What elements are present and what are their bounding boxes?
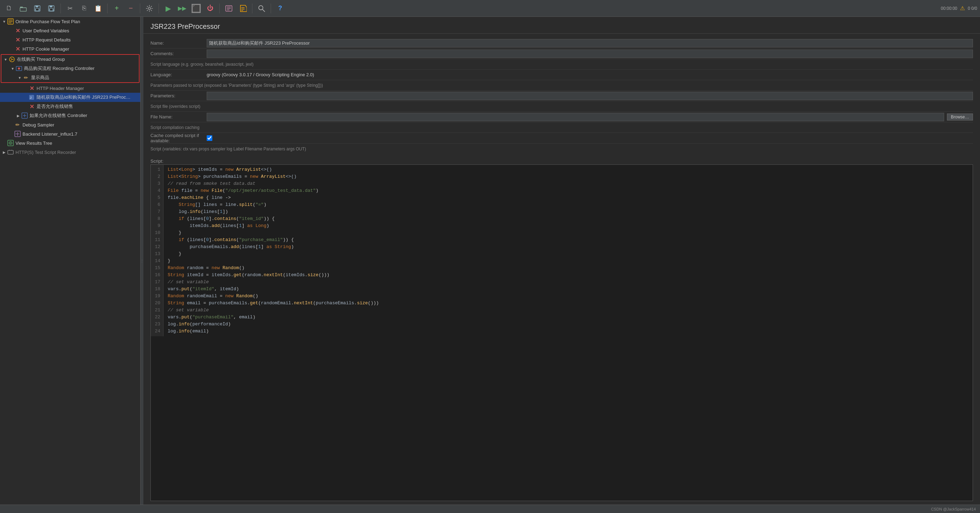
tree-item-debug-sampler[interactable]: ✏ Debug Sampler bbox=[0, 120, 140, 129]
shutdown-button[interactable]: ⏻ bbox=[204, 2, 216, 15]
save-as-button[interactable]: + bbox=[45, 2, 58, 15]
tree-item-user-vars[interactable]: ✕ User Defined Variables bbox=[0, 26, 140, 35]
script-lang-header-row: Script language (e.g. groovy, beanshell,… bbox=[150, 59, 973, 70]
filename-input[interactable] bbox=[207, 113, 944, 121]
line-numbers: 12345 678910 1112131415 1617181920 21222… bbox=[151, 165, 164, 336]
tree-item-http-recorder[interactable]: ▶ HTTP(S) Test Script Recorder bbox=[0, 148, 140, 157]
toolbar-sep-4 bbox=[159, 3, 159, 13]
tree-item-backend-listener[interactable]: Backend Listener_influx1.7 bbox=[0, 129, 140, 138]
parameters-label: Parameters: bbox=[150, 93, 207, 98]
svg-point-19 bbox=[18, 67, 20, 70]
if-ctrl-icon bbox=[21, 112, 28, 119]
status-counts: 0 0/0 bbox=[968, 6, 977, 11]
tree-item-display-goods[interactable]: ▼ ✏ 显示商品 bbox=[2, 73, 139, 82]
svg-text:+: + bbox=[53, 9, 54, 12]
tree-item-thread-group[interactable]: ▼ 在线购买 Thread Group bbox=[2, 55, 139, 64]
language-label: Language: bbox=[150, 72, 207, 77]
copy-button[interactable]: ⎘ bbox=[78, 2, 90, 15]
cache-checkbox[interactable] bbox=[207, 135, 212, 141]
expand-arrow[interactable]: ▼ bbox=[17, 76, 22, 80]
is-online-icon: ✕ bbox=[28, 103, 35, 110]
save-button[interactable] bbox=[31, 2, 44, 15]
tree-item-http-defaults[interactable]: ✕ HTTP Request Defaults bbox=[0, 35, 140, 44]
cache-header-row: Script compilation caching bbox=[150, 122, 973, 133]
remove-button[interactable]: − bbox=[124, 2, 137, 15]
http-header-icon: ✕ bbox=[28, 85, 35, 92]
stop-button[interactable]: ⬛ bbox=[190, 2, 202, 15]
right-panel: JSR223 PreProcessor Name: Comments: Scri… bbox=[143, 17, 980, 505]
add-button[interactable]: + bbox=[110, 2, 123, 15]
svg-point-11 bbox=[148, 7, 150, 10]
tree-item-cookie-manager[interactable]: ✕ HTTP Cookie Manager bbox=[0, 44, 140, 53]
cache-checkbox-row: Cache compiled script if available: bbox=[150, 133, 973, 144]
paste-button[interactable]: 📋 bbox=[92, 2, 104, 15]
view-results-icon bbox=[7, 140, 14, 146]
parameters-input[interactable] bbox=[207, 92, 973, 100]
tree-item-label: Debug Sampler bbox=[22, 122, 54, 127]
search-button[interactable] bbox=[255, 2, 268, 15]
tree-item-http-header[interactable]: ✕ HTTP Header Manager bbox=[0, 84, 140, 93]
language-value: groovy (Groovy 3.0.17 / Groovy Scripting… bbox=[207, 72, 973, 77]
display-goods-icon: ✏ bbox=[22, 74, 30, 81]
svg-line-15 bbox=[262, 10, 265, 11]
expand-arrow[interactable]: ▼ bbox=[2, 20, 7, 24]
comments-row: Comments: bbox=[150, 49, 973, 59]
tree-item-label: HTTP(S) Test Script Recorder bbox=[16, 150, 76, 155]
thread-group-icon bbox=[8, 56, 16, 63]
test-plan-icon bbox=[7, 18, 14, 25]
svg-rect-1 bbox=[20, 8, 26, 11]
status-text: CSDN @JackSparrow414 bbox=[931, 507, 976, 511]
functions-button[interactable] bbox=[223, 2, 235, 15]
toolbar-sep-3 bbox=[140, 3, 140, 13]
user-vars-icon: ✕ bbox=[14, 27, 21, 34]
script-vars-desc: Script (variables: ctx vars props sample… bbox=[150, 145, 973, 153]
new-button[interactable]: 🗋 bbox=[3, 2, 16, 15]
tree-item-recording-ctrl[interactable]: ▼ 商品购买流程 Recording Controller bbox=[2, 64, 139, 73]
toolbar-sep-7 bbox=[270, 3, 271, 13]
name-input[interactable] bbox=[207, 39, 973, 48]
cookie-icon: ✕ bbox=[14, 45, 21, 52]
script-editor[interactable]: 12345 678910 1112131415 1617181920 21222… bbox=[150, 164, 973, 501]
script-title: Script: bbox=[150, 159, 164, 164]
comments-input[interactable] bbox=[207, 49, 973, 58]
expand-arrow[interactable]: ▼ bbox=[10, 67, 16, 71]
resize-handle[interactable]: ⋮ bbox=[141, 17, 143, 505]
http-defaults-icon: ✕ bbox=[14, 36, 21, 43]
settings-button[interactable] bbox=[143, 2, 156, 15]
cache-label: Script compilation caching bbox=[150, 124, 973, 132]
status-bar: CSDN @JackSparrow414 bbox=[0, 505, 980, 513]
code-area[interactable]: List<Long> itemIds = new ArrayList<>() L… bbox=[164, 165, 383, 336]
main-area: ▼ Online Purchase Flow Test Plan ✕ User … bbox=[0, 17, 980, 505]
open-button[interactable] bbox=[17, 2, 30, 15]
tree-item-label: 是否允许在线销售 bbox=[37, 103, 73, 110]
expand-arrow[interactable]: ▶ bbox=[16, 114, 21, 118]
tree-item-if-controller[interactable]: ▶ 如果允许在线销售 Controller bbox=[0, 111, 140, 120]
backend-icon bbox=[14, 130, 21, 137]
tree-item-jsr223[interactable]: J 随机获取商品Id和购买邮件 JSR223 PreProc… bbox=[0, 93, 140, 102]
svg-point-26 bbox=[10, 143, 11, 144]
recording-ctrl-icon bbox=[16, 65, 22, 72]
start-button[interactable]: ▶ bbox=[162, 2, 174, 15]
svg-rect-9 bbox=[50, 9, 53, 11]
expand-arrow[interactable]: ▶ bbox=[2, 150, 7, 154]
expand-arrow[interactable]: ▼ bbox=[3, 58, 8, 62]
tree-item-label: 随机获取商品Id和购买邮件 JSR223 PreProc… bbox=[37, 94, 130, 100]
cut-button[interactable]: ✂ bbox=[64, 2, 76, 15]
params-desc-row: Parameters passed to script (exposed as … bbox=[150, 80, 973, 91]
tree-item-label: 显示商品 bbox=[31, 75, 49, 81]
tree-item-test-plan[interactable]: ▼ Online Purchase Flow Test Plan bbox=[0, 17, 140, 26]
browse-button[interactable]: Browse… bbox=[947, 113, 973, 121]
tree-item-label: View Results Tree bbox=[16, 141, 52, 146]
tree-item-label: 如果允许在线销售 Controller bbox=[30, 113, 87, 119]
svg-point-14 bbox=[259, 6, 263, 10]
tree-item-label: User Defined Variables bbox=[22, 28, 69, 33]
help-button[interactable]: ? bbox=[274, 2, 286, 15]
tree-item-view-results[interactable]: View Results Tree bbox=[0, 138, 140, 148]
templates-button[interactable] bbox=[237, 2, 249, 15]
form-area: Name: Comments: Script language (e.g. gr… bbox=[143, 34, 980, 159]
start-nopause-button[interactable]: ▶▶ bbox=[176, 2, 188, 15]
tree-item-is-online[interactable]: ✕ 是否允许在线销售 bbox=[0, 102, 140, 111]
language-row: Language: groovy (Groovy 3.0.17 / Groovy… bbox=[150, 70, 973, 80]
tree-item-label: 商品购买流程 Recording Controller bbox=[24, 65, 95, 71]
parameters-row: Parameters: bbox=[150, 91, 973, 101]
